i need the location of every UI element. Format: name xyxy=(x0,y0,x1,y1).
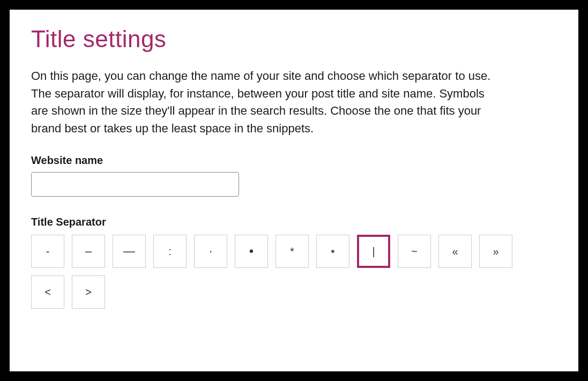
separator-option-lt[interactable]: < xyxy=(31,275,64,309)
separator-option-middot[interactable]: · xyxy=(194,235,227,268)
separator-option-star[interactable]: ⋆ xyxy=(316,235,349,268)
separator-option-colon[interactable]: : xyxy=(153,235,187,268)
page-title: Title settings xyxy=(31,26,557,53)
website-name-field: Website name xyxy=(31,154,557,197)
website-name-input[interactable] xyxy=(31,172,239,197)
separator-option-dash[interactable]: - xyxy=(31,235,64,268)
separator-option-laquo[interactable]: « xyxy=(438,235,472,268)
separator-option-asterisk[interactable]: * xyxy=(276,235,309,268)
separator-option-raquo[interactable]: » xyxy=(479,235,512,268)
title-separator-label: Title Separator xyxy=(31,216,557,228)
separator-option-tilde[interactable]: ~ xyxy=(398,235,431,268)
separator-option-ndash[interactable]: – xyxy=(72,235,105,268)
separator-option-bull[interactable]: • xyxy=(235,235,268,268)
separator-option-pipe[interactable]: | xyxy=(357,235,390,268)
separator-options-grid: -–—:·•*⋆|~«»<> xyxy=(31,235,513,309)
separator-option-gt[interactable]: > xyxy=(72,275,105,309)
website-name-label: Website name xyxy=(31,154,557,167)
title-separator-field: Title Separator -–—:·•*⋆|~«»<> xyxy=(31,216,557,309)
description-text: On this page, you can change the name of… xyxy=(31,68,503,137)
title-settings-panel: Title settings On this page, you can cha… xyxy=(10,10,578,371)
separator-option-mdash[interactable]: — xyxy=(113,235,146,268)
